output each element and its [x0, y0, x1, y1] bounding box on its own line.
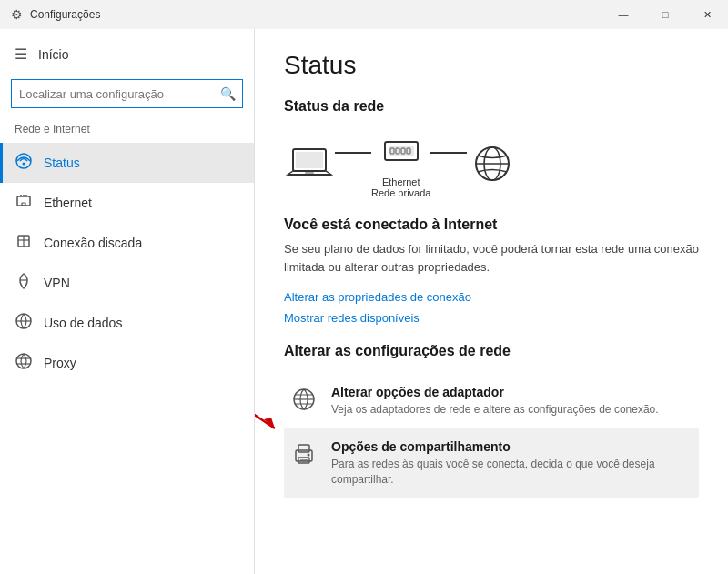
svg-rect-17 [296, 152, 323, 168]
adapter-desc: Veja os adaptadores de rede e altere as … [331, 402, 692, 418]
app-body: ☰ Início 🔍 Rede e Internet Status [0, 29, 728, 574]
sidebar-item-status-label: Status [44, 156, 80, 170]
titlebar: ⚙ Configurações — □ ✕ [0, 0, 728, 29]
globe-node [467, 142, 518, 186]
sidebar-item-ethernet[interactable]: Ethernet [0, 183, 254, 223]
router-icon [376, 129, 427, 173]
vpn-icon [15, 272, 33, 294]
dialup-icon [15, 232, 33, 254]
search-icon-button[interactable]: 🔍 [213, 79, 242, 108]
sidebar-item-ethernet-label: Ethernet [44, 196, 92, 210]
app-icon: ⚙ [11, 7, 23, 22]
titlebar-controls: — □ ✕ [602, 0, 728, 29]
data-icon [15, 312, 33, 334]
laptop-node [284, 142, 335, 186]
sharing-icon [291, 441, 317, 471]
adapter-title: Alterar opções de adaptador [331, 385, 692, 399]
settings-item-adapter[interactable]: Alterar opções de adaptador Veja os adap… [284, 374, 699, 428]
connection-desc: Se seu plano de dados for limitado, você… [284, 240, 699, 276]
sidebar-item-vpn[interactable]: VPN [0, 263, 254, 303]
sidebar-item-status[interactable]: Status [0, 143, 254, 183]
globe-icon [467, 142, 518, 186]
sidebar: ☰ Início 🔍 Rede e Internet Status [0, 29, 255, 574]
home-icon: ☰ [15, 45, 27, 63]
connection-title: Você está conectado à Internet [284, 217, 699, 233]
svg-point-0 [16, 154, 31, 168]
sidebar-home-label: Início [38, 47, 68, 62]
adapter-text: Alterar opções de adaptador Veja os adap… [331, 385, 692, 418]
sharing-title: Opções de compartilhamento [331, 439, 692, 454]
router-node: Ethernet Rede privada [371, 129, 430, 198]
ethernet-icon [15, 192, 33, 214]
network-diagram: Ethernet Rede privada [284, 129, 699, 198]
svg-rect-19 [305, 172, 314, 174]
maximize-button[interactable]: □ [644, 0, 686, 29]
link-connection-properties[interactable]: Alterar as propriedades de conexão [284, 290, 699, 304]
link-available-networks[interactable]: Mostrar redes disponíveis [284, 311, 699, 325]
main-panel: Status Status da rede [255, 29, 728, 574]
status-icon [15, 152, 33, 174]
settings-item-sharing[interactable]: Opções de compartilhamento Para as redes… [284, 428, 699, 498]
ethernet-label: Ethernet Rede privada [371, 176, 430, 198]
line-2 [430, 152, 467, 154]
svg-point-13 [16, 354, 31, 368]
sidebar-home[interactable]: ☰ Início [0, 36, 254, 72]
svg-rect-34 [298, 445, 309, 452]
proxy-icon [15, 352, 33, 374]
search-input[interactable] [12, 87, 213, 101]
sidebar-item-proxy-label: Proxy [44, 356, 76, 370]
svg-rect-6 [22, 203, 25, 206]
laptop-icon [284, 142, 335, 186]
settings-section-title: Alterar as configurações de rede [284, 343, 699, 359]
search-box: 🔍 [11, 79, 243, 108]
network-status-title: Status da rede [284, 98, 699, 115]
sidebar-item-dialup[interactable]: Conexão discada [0, 223, 254, 263]
minimize-button[interactable]: — [602, 0, 644, 29]
sidebar-section-label: Rede e Internet [0, 119, 254, 143]
adapter-icon [291, 387, 317, 417]
sidebar-item-data-label: Uso de dados [44, 316, 122, 330]
svg-rect-2 [17, 196, 30, 206]
sidebar-item-data[interactable]: Uso de dados [0, 303, 254, 343]
sidebar-item-vpn-label: VPN [44, 276, 70, 290]
close-button[interactable]: ✕ [686, 0, 728, 29]
svg-point-1 [23, 163, 25, 166]
page-title: Status [284, 51, 699, 80]
titlebar-left: ⚙ Configurações [11, 7, 100, 22]
app-title: Configurações [30, 8, 100, 21]
line-1 [335, 152, 371, 154]
svg-point-37 [308, 453, 310, 456]
svg-marker-38 [264, 418, 275, 428]
sidebar-item-proxy[interactable]: Proxy [0, 343, 254, 383]
sidebar-item-dialup-label: Conexão discada [44, 236, 142, 250]
sharing-text: Opções de compartilhamento Para as redes… [331, 439, 692, 488]
sharing-desc: Para as redes às quais você se conecta, … [331, 457, 692, 488]
